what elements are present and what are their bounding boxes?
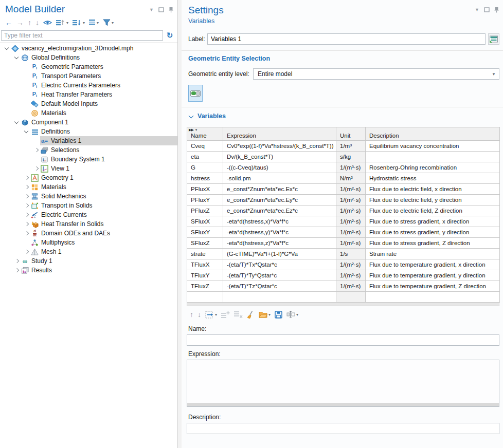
cell-expression-9[interactable]: -eta*d(hstress,z)*Va*f*c [223,238,336,249]
tree-item-variables-1[interactable]: a=Variables 1 [0,136,177,145]
cell-name-0[interactable]: Cveq [187,141,223,152]
save-to-file-button[interactable] [274,309,283,320]
cell-description-3[interactable]: Hydrostatic stress [366,173,500,184]
cell-expression-1[interactable]: Dv/(k_B_const*T) [223,152,336,162]
cell-expression-5[interactable]: e_const*Znum*eta*ec.Ey*c [223,195,336,206]
show-toggle-button[interactable] [43,17,52,28]
twisty-closed-icon[interactable] [13,266,21,275]
twisty-closed-icon[interactable] [23,219,30,229]
cell-description-13[interactable]: Flux due to temperature gradient, Z dire… [366,281,500,292]
collapse-all-button[interactable]: ▾ [56,17,69,28]
cell-description-9[interactable]: Flux due to stress gradient, Z direction [366,238,500,249]
pin-panel-icon[interactable] [169,7,173,13]
tree-item-heat-transfer-parameters[interactable]: PiHeat Transfer Parameters [0,90,177,99]
tree-item-results[interactable]: Results [0,266,177,275]
column-header-description[interactable]: Description [366,127,500,141]
dropdown-caret-icon[interactable]: ▾ [112,21,114,25]
cell-expression-11[interactable]: -(eta/T)*Tx*Qstar*c [223,259,336,270]
tree-item-geometric-parameters[interactable]: PiGeometric Parameters [0,62,177,71]
tree-item-mesh-1[interactable]: Mesh 1 [0,247,177,256]
float-panel-icon[interactable] [158,7,164,12]
add-row-button[interactable] [221,309,230,320]
cell-unit-4[interactable]: 1/(m²·s) [336,184,366,195]
twisty-open-icon[interactable] [23,127,30,136]
description-input[interactable] [187,423,499,434]
expand-all-button[interactable]: ▾ [72,17,85,28]
delete-row-button[interactable] [233,309,243,320]
twisty-closed-icon[interactable] [23,210,30,219]
horizontal-scrollbar[interactable] [187,303,499,306]
entity-level-dropdown[interactable]: Entire model ▼ [253,68,499,80]
create-reference-button[interactable] [488,33,499,45]
dropdown-caret-icon[interactable]: ▾ [268,312,271,317]
cell-expression-13[interactable]: -(eta/T)*Tz*Qstar*c [223,281,336,292]
cell-unit-11[interactable]: 1/(m²·s) [336,259,366,270]
tree-item-domain-odes-and-daes[interactable]: ddtDomain ODEs and DAEs [0,229,177,238]
cell-unit-0[interactable]: 1/m³ [336,141,366,152]
cell-name-11[interactable]: TFluxX [187,259,223,270]
tree-item-transport-parameters[interactable]: PiTransport Parameters [0,71,177,81]
twisty-closed-icon[interactable] [13,256,21,266]
cell-unit-9[interactable]: 1/(m²·s) [336,238,366,249]
forward-button[interactable]: → [16,17,24,28]
cell-description-11[interactable]: Flux due to temperature gradient, x dire… [366,259,500,270]
dropdown-caret-icon[interactable]: ▾ [296,312,298,317]
cell-unit-12[interactable]: 1/(m²·s) [336,270,366,281]
cell-expression-6[interactable]: e_const*Znum*eta*ec.Ez*c [223,206,336,216]
tree-item-materials[interactable]: Materials [0,182,177,192]
cell-description-12[interactable]: Flux due to temperature gradient, y dire… [366,270,500,281]
cell-expression-4[interactable]: e_const*Znum*eta*ec.Ex*c [223,184,336,195]
twisty-closed-icon[interactable] [23,247,30,256]
tree-item-study-1[interactable]: ∞Study 1 [0,256,177,266]
cell-unit-10[interactable]: 1/s [336,249,366,259]
cell-expression-0[interactable]: Cv0*exp((1-f)*Va*hstress/(k_B_const*T)) [223,141,336,152]
tree-item-transport-in-solids[interactable]: Transport in Solids [0,201,177,210]
sort-icon[interactable]: ▶▶▾ [189,128,197,132]
twisty-closed-icon[interactable] [23,201,30,210]
dropdown-caret-icon[interactable]: ▾ [215,312,217,317]
cell-description-4[interactable]: Flux due to electric field, x direction [366,184,500,195]
edit-variable-button[interactable]: ▾ [286,309,299,320]
cell-unit-6[interactable]: 1/(m²·s) [336,206,366,216]
move-to-button[interactable]: ▾ [205,309,218,320]
twisty-closed-icon[interactable] [32,145,40,155]
cell-name-4[interactable]: PFluxX [187,184,223,195]
dropdown-caret-icon[interactable]: ▾ [83,21,85,25]
move-up-button[interactable]: ↑ [27,17,32,28]
cell-unit-8[interactable]: 1/(m²·s) [336,227,366,238]
cell-name-8[interactable]: SFluxY [187,227,223,238]
label-input[interactable] [207,33,486,45]
twisty-closed-icon[interactable] [23,182,30,192]
cell-name-6[interactable]: PFluxZ [187,206,223,216]
cell-unit-3[interactable]: N/m² [336,173,366,184]
twisty-closed-icon[interactable] [32,164,40,173]
cell-expression-2[interactable]: -((c-Cveq)/taus) [223,162,336,173]
twisty-closed-icon[interactable] [23,192,30,201]
cell-name-14[interactable] [187,292,223,303]
cell-name-3[interactable]: hstress [187,173,223,184]
twisty-closed-icon[interactable] [23,173,30,182]
twisty-open-icon[interactable] [13,53,21,62]
cell-name-1[interactable]: eta [187,152,223,162]
cell-unit-14[interactable] [336,292,366,303]
column-header-unit[interactable]: Unit [336,127,366,141]
cell-description-14[interactable] [366,292,500,303]
cell-expression-14[interactable] [223,292,336,303]
tree-item-default-model-inputs[interactable]: Default Model Inputs [0,99,177,108]
cell-description-8[interactable]: Flux due to stress gradient, y direction [366,227,500,238]
float-panel-icon[interactable] [484,7,490,12]
cell-description-5[interactable]: Flux due to electric field, y direction [366,195,500,206]
cell-name-2[interactable]: G [187,162,223,173]
panel-splitter[interactable] [178,0,182,448]
clear-table-button[interactable] [246,309,255,320]
model-tree-node-text-button[interactable]: ▾ [88,17,99,28]
cell-name-10[interactable]: strate [187,249,223,259]
tree-item-global-definitions[interactable]: Global Definitions [0,53,177,62]
tree-item-solid-mechanics[interactable]: Solid Mechanics [0,192,177,201]
panel-menu-icon[interactable]: ▼ [149,7,154,12]
pin-panel-icon[interactable] [494,7,499,13]
cell-description-6[interactable]: Flux due to electric field, Z direction [366,206,500,216]
horizontal-scrollbar[interactable] [187,403,499,406]
tree-item-geometry-1[interactable]: Geometry 1 [0,173,177,182]
cell-name-12[interactable]: TFluxY [187,270,223,281]
